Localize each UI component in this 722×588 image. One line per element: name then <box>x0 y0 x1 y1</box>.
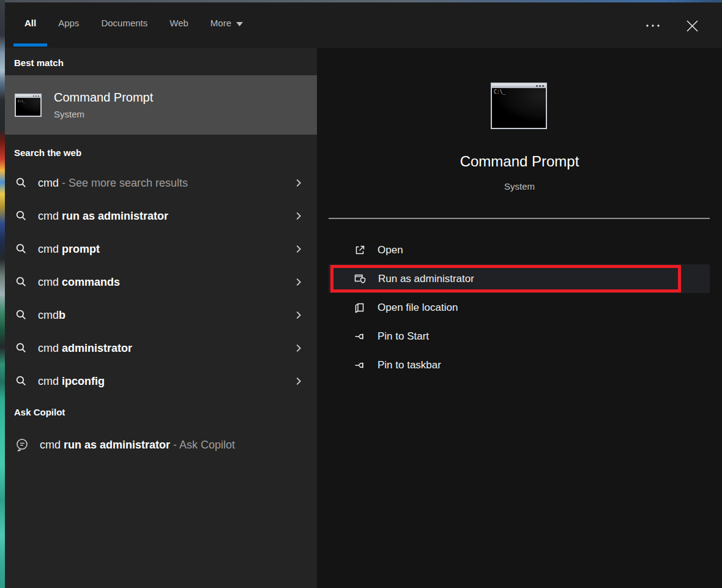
command-prompt-icon: C:\_ <box>15 94 42 117</box>
chevron-down-icon <box>236 22 244 27</box>
suggestion-row[interactable]: cmd - See more search results <box>5 166 317 199</box>
suggestion-text: cmd - See more search results <box>38 177 188 190</box>
search-filter-bar: All Apps Documents Web More <box>5 2 722 48</box>
best-match-title: Command Prompt <box>54 91 153 105</box>
more-options-button[interactable] <box>641 13 665 38</box>
action-label: Run as administrator <box>378 273 474 285</box>
action-pin-to-start[interactable]: Pin to Start <box>329 322 710 351</box>
close-button[interactable] <box>680 13 704 38</box>
search-flyout-window: All Apps Documents Web More <box>5 2 722 588</box>
suggestion-text: cmd administrator <box>38 342 132 355</box>
tab-all-label: All <box>24 18 36 28</box>
chevron-right-icon[interactable] <box>293 244 304 255</box>
search-icon <box>15 276 28 289</box>
pin-icon <box>354 359 366 371</box>
tab-web-label: Web <box>169 18 188 28</box>
tab-apps[interactable]: Apps <box>47 2 90 48</box>
search-icon <box>15 375 28 388</box>
search-icon <box>15 342 28 355</box>
tab-more-label: More <box>210 18 231 28</box>
chevron-right-icon[interactable] <box>293 310 304 321</box>
action-pin-to-taskbar[interactable]: Pin to taskbar <box>329 351 710 379</box>
suggestion-text: cmd ipconfig <box>38 375 105 388</box>
tab-documents[interactable]: Documents <box>90 2 158 48</box>
web-suggestion-list: cmd - See more search results cmd run as… <box>5 166 317 398</box>
chevron-right-icon[interactable] <box>293 343 304 354</box>
close-icon <box>686 20 699 32</box>
suggestion-row[interactable]: cmd administrator <box>5 332 317 365</box>
suggestion-row[interactable]: cmd prompt <box>5 233 317 266</box>
suggestion-row[interactable]: cmdb <box>5 299 317 332</box>
suggestion-row[interactable]: cmd commands <box>5 266 317 299</box>
copilot-chat-icon <box>15 437 29 452</box>
windows-search-screen: All Apps Documents Web More <box>0 0 722 588</box>
tab-documents-label: Documents <box>101 18 147 28</box>
action-label: Pin to Start <box>378 330 429 343</box>
tab-apps-label: Apps <box>58 18 79 28</box>
command-prompt-icon: C:\_ <box>491 83 547 129</box>
chevron-right-icon[interactable] <box>293 277 304 288</box>
tab-all[interactable]: All <box>13 2 47 48</box>
pin-icon <box>354 330 366 343</box>
suggestion-row[interactable]: cmd ipconfig <box>5 365 317 398</box>
search-icon <box>15 177 28 190</box>
search-results-panel: Best match C:\_ Command Prompt System Se… <box>5 48 317 588</box>
result-preview-panel: C:\_ Command Prompt System Open <box>317 48 722 588</box>
best-match-header: Best match <box>14 58 64 68</box>
action-label: Pin to taskbar <box>378 359 441 371</box>
action-open-file-location[interactable]: Open file location <box>329 293 710 322</box>
run-as-administrator-icon <box>354 273 367 285</box>
divider <box>329 218 710 219</box>
chevron-right-icon[interactable] <box>293 177 304 188</box>
suggestion-text: cmd prompt <box>38 243 100 256</box>
suggestion-text: cmd commands <box>38 276 120 289</box>
best-match-text: Command Prompt System <box>54 91 153 119</box>
tab-web[interactable]: Web <box>158 2 199 48</box>
action-run-as-administrator[interactable]: Run as administrator <box>329 264 710 293</box>
chevron-right-icon[interactable] <box>293 376 304 387</box>
open-icon <box>354 244 366 256</box>
open-file-location-icon <box>354 302 366 314</box>
tab-more[interactable]: More <box>199 2 255 48</box>
ask-copilot-header: Ask Copilot <box>14 407 65 417</box>
search-the-web-header: Search the web <box>14 147 81 158</box>
suggestion-text: cmdb <box>38 309 65 322</box>
desktop-background-left-strip <box>0 0 5 588</box>
suggestion-row[interactable]: cmd run as administrator <box>5 199 317 233</box>
action-open[interactable]: Open <box>329 236 710 264</box>
best-match-subtitle: System <box>54 109 153 119</box>
search-icon <box>15 243 28 256</box>
context-action-list: Open Run as administrator <box>329 236 710 379</box>
filter-tabs: All Apps Documents Web More <box>13 2 255 48</box>
action-label: Open file location <box>378 302 458 314</box>
search-icon <box>15 210 28 223</box>
ellipsis-icon <box>646 23 660 28</box>
search-icon <box>15 309 28 322</box>
best-match-result-command-prompt[interactable]: C:\_ Command Prompt System <box>5 75 317 135</box>
action-label: Open <box>378 244 403 256</box>
chevron-right-icon[interactable] <box>293 210 304 221</box>
ask-copilot-row[interactable]: cmd run as administrator - Ask Copilot <box>5 428 317 461</box>
copilot-suggestion-text: cmd run as administrator - Ask Copilot <box>40 439 235 452</box>
preview-subtitle: System <box>317 181 722 192</box>
suggestion-text: cmd run as administrator <box>38 210 168 223</box>
preview-title: Command Prompt <box>317 153 722 170</box>
